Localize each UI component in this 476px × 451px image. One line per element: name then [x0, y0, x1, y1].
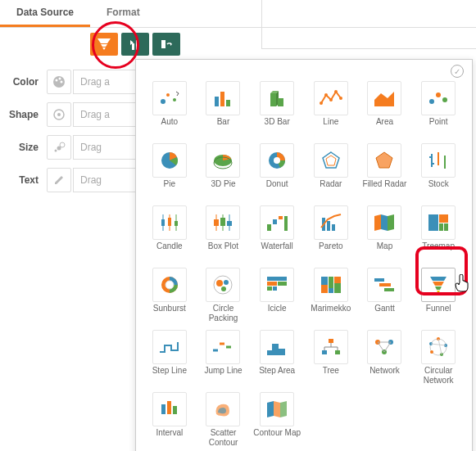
chart-type-contour-map[interactable]: Contour Map: [250, 389, 304, 451]
rotate-tool-icon: [160, 38, 173, 50]
svg-point-121: [430, 350, 433, 354]
svg-point-29: [334, 90, 338, 93]
chart-type-3d-bar[interactable]: 3D Bar: [250, 78, 304, 140]
svg-rect-74: [444, 223, 448, 231]
svg-line-116: [384, 342, 391, 352]
chart-type-map[interactable]: Map: [358, 202, 412, 264]
svg-point-12: [57, 113, 61, 116]
svg-rect-83: [267, 282, 277, 286]
prop-text-label: Text: [0, 174, 45, 186]
svg-line-123: [438, 339, 442, 354]
chart-type-step-area[interactable]: Step Area: [250, 327, 304, 389]
chart-type-popup: ✓ Auto Bar 3D Bar Line Area Point Pie 3D…: [135, 59, 473, 451]
chart-type-interval[interactable]: Interval: [143, 389, 197, 451]
chart-type-circular-network[interactable]: Circular Network: [411, 327, 465, 389]
chart-type-point[interactable]: Point: [411, 78, 465, 140]
chart-type-treemap[interactable]: Treemap: [411, 202, 465, 264]
svg-rect-126: [167, 401, 171, 414]
svg-rect-58: [220, 218, 225, 226]
chart-type-stock[interactable]: Stock: [411, 140, 465, 202]
chart-type-waterfall[interactable]: Waterfall: [250, 202, 304, 264]
svg-rect-66: [327, 221, 330, 231]
confirm-check-icon[interactable]: ✓: [451, 65, 464, 78]
svg-rect-73: [439, 223, 443, 231]
svg-marker-0: [97, 38, 111, 43]
chart-type-step-line[interactable]: Step Line: [143, 327, 197, 389]
svg-rect-85: [267, 286, 272, 291]
chart-type-marimekko[interactable]: Marimekko: [304, 264, 358, 327]
svg-marker-31: [374, 92, 394, 106]
svg-point-26: [320, 101, 323, 105]
svg-rect-19: [215, 97, 219, 106]
svg-point-8: [56, 79, 58, 82]
pencil-icon[interactable]: [47, 168, 71, 192]
tab-data-source[interactable]: Data Source: [0, 0, 90, 27]
svg-marker-128: [267, 401, 274, 417]
svg-point-15: [60, 142, 65, 147]
chart-type-radar[interactable]: Radar: [304, 140, 358, 202]
tab-format[interactable]: Format: [90, 0, 156, 27]
svg-rect-20: [220, 92, 224, 106]
svg-rect-71: [428, 214, 438, 231]
svg-marker-1: [101, 44, 107, 47]
svg-rect-88: [321, 285, 328, 293]
svg-point-17: [166, 93, 170, 97]
svg-rect-54: [175, 221, 178, 226]
chart-type-jump-line[interactable]: Jump Line: [197, 327, 251, 389]
chart-type-box-plot[interactable]: Box Plot: [197, 202, 251, 264]
prop-shape-label: Shape: [0, 109, 45, 120]
svg-line-124: [431, 344, 446, 345]
chart-type-3d-pie[interactable]: 3D Pie: [197, 140, 251, 202]
svg-point-81: [221, 286, 226, 291]
funnel-tool-button[interactable]: [90, 33, 118, 56]
chart-type-bar[interactable]: Bar: [197, 78, 251, 140]
svg-point-30: [339, 97, 342, 100]
chart-type-funnel[interactable]: Funnel: [411, 264, 465, 327]
chart-type-tree[interactable]: Tree: [304, 327, 358, 389]
shape-icon[interactable]: [47, 102, 71, 127]
svg-rect-25: [278, 98, 283, 106]
chart-type-gantt[interactable]: Gantt: [358, 264, 412, 327]
svg-rect-106: [335, 350, 340, 354]
svg-rect-104: [329, 339, 333, 343]
chart-type-sunburst[interactable]: Sunburst: [143, 264, 197, 327]
chart-type-candle[interactable]: Candle: [143, 202, 197, 264]
svg-point-27: [324, 93, 328, 97]
svg-marker-2: [102, 47, 106, 50]
chart-type-pie[interactable]: Pie: [143, 140, 197, 202]
size-icon[interactable]: [47, 135, 71, 160]
chart-type-line[interactable]: Line: [304, 78, 358, 140]
svg-marker-69: [381, 214, 388, 231]
svg-rect-63: [279, 216, 283, 219]
chart-type-area[interactable]: Area: [358, 78, 412, 140]
chart-type-filled-radar[interactable]: Filled Radar: [358, 140, 412, 202]
svg-marker-70: [388, 214, 394, 231]
svg-point-79: [216, 280, 223, 286]
svg-point-13: [55, 150, 57, 152]
svg-rect-84: [278, 282, 287, 286]
svg-marker-99: [437, 291, 440, 294]
svg-marker-6: [170, 43, 172, 46]
bars-tool-button[interactable]: [121, 33, 149, 56]
rotate-tool-button[interactable]: [152, 33, 180, 56]
chart-type-pareto[interactable]: Pareto: [304, 202, 358, 264]
svg-rect-67: [332, 224, 335, 231]
svg-marker-41: [326, 156, 336, 165]
svg-marker-68: [374, 214, 381, 231]
svg-marker-129: [274, 401, 280, 417]
svg-marker-98: [435, 286, 442, 290]
svg-point-28: [329, 98, 333, 101]
svg-rect-92: [334, 283, 341, 293]
chart-type-donut[interactable]: Donut: [250, 140, 304, 202]
chart-type-icicle[interactable]: Icicle: [250, 264, 304, 327]
palette-icon[interactable]: [47, 70, 71, 94]
svg-rect-93: [374, 278, 384, 282]
svg-rect-105: [322, 350, 327, 354]
chart-type-auto[interactable]: Auto: [143, 78, 197, 140]
svg-rect-60: [227, 221, 232, 226]
svg-rect-90: [329, 288, 333, 293]
svg-rect-95: [384, 288, 394, 291]
chart-type-scatter-contour[interactable]: Scatter Contour: [197, 389, 251, 451]
chart-type-network[interactable]: Network: [358, 327, 412, 389]
chart-type-circle-packing[interactable]: Circle Packing: [197, 264, 251, 327]
